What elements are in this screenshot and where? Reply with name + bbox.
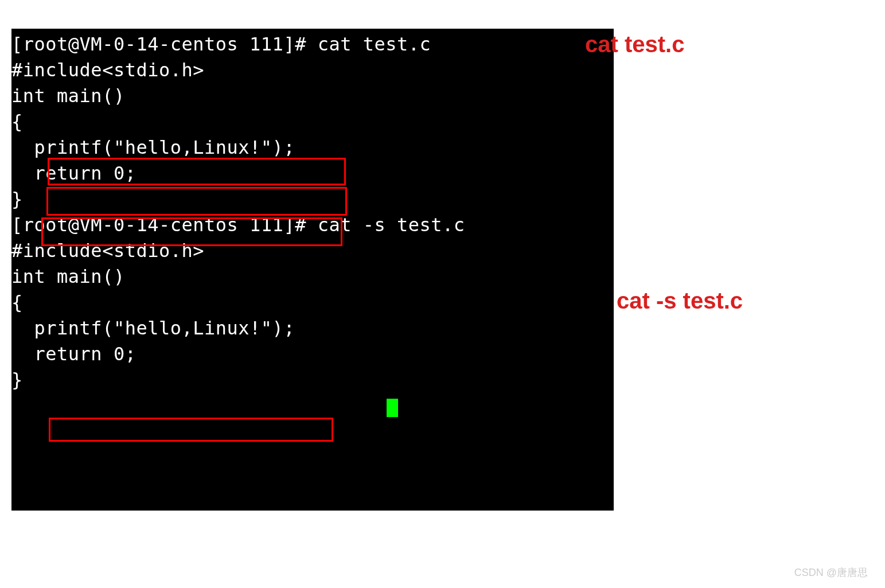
annotation-label-cat-s: cat -s test.c <box>617 288 743 314</box>
highlight-box-blank-3 <box>41 217 342 246</box>
highlight-box-blank-1 <box>48 158 346 185</box>
terminal-cursor-line[interactable] <box>11 394 614 420</box>
highlight-box-blank-4 <box>49 418 333 442</box>
terminal-output-line: int main() <box>11 83 614 109</box>
terminal-output-line: } <box>11 367 614 393</box>
terminal-output-line: { <box>11 109 614 135</box>
annotation-label-cat: cat test.c <box>585 32 684 57</box>
terminal-output-line: printf("hello,Linux!"); <box>11 316 614 341</box>
terminal-output-line: { <box>11 290 614 316</box>
watermark-text: CSDN @唐唐思 <box>794 566 868 579</box>
terminal-cursor[interactable] <box>387 399 398 417</box>
terminal-output-line: #include<stdio.h> <box>11 57 614 83</box>
terminal-output-line: int main() <box>11 264 614 290</box>
terminal-output-line: printf("hello,Linux!"); <box>11 135 614 161</box>
terminal-output-line: return 0; <box>11 341 614 367</box>
terminal-prompt-line: [root@VM-0-14-centos 111]# cat test.c <box>11 32 614 57</box>
highlight-box-blank-2 <box>46 187 347 216</box>
